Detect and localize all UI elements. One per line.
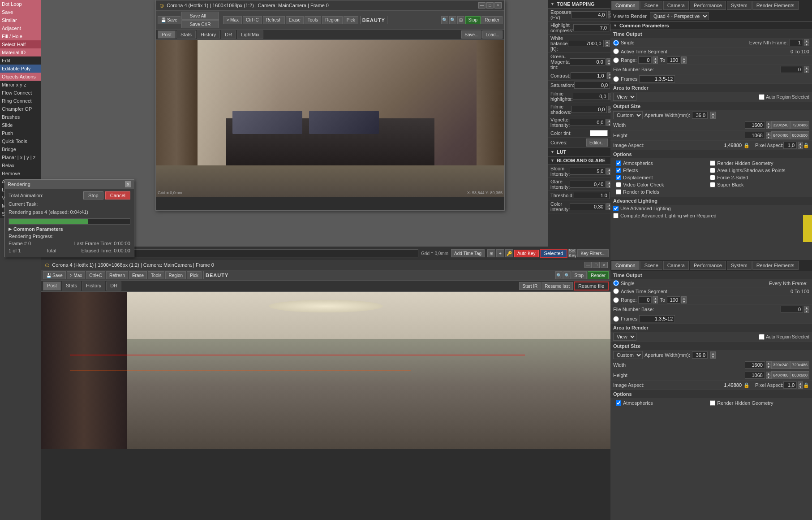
sidebar-item-quick-tools[interactable]: Quick Tools: [0, 137, 41, 145]
glare-arrows[interactable]: ▲▼: [606, 181, 610, 188]
w-arrows-bottom[interactable]: ▲▼: [766, 361, 771, 368]
co-down[interactable]: ▼: [607, 76, 610, 79]
pixel-aspect-input-bottom[interactable]: [783, 381, 797, 389]
range-to-bottom[interactable]: [667, 296, 680, 303]
contrast-arrows[interactable]: ▲▼: [607, 72, 610, 79]
tab-history-bottom[interactable]: History: [82, 282, 105, 290]
frames-radio-bottom[interactable]: [613, 316, 619, 322]
bloom-glare-header[interactable]: BLOOM AND GLARE: [548, 156, 610, 165]
w-down-top[interactable]: ▼: [766, 125, 771, 129]
ap-down-top[interactable]: ▼: [710, 115, 716, 119]
rptab-render-elements[interactable]: Render Elements: [752, 1, 799, 10]
fn-up-top[interactable]: ▲: [804, 66, 809, 69]
toolbar-region-btn-bottom[interactable]: Region: [165, 271, 186, 279]
toolbar-max-btn-bottom[interactable]: > Max: [67, 271, 86, 279]
sidebar-item-push[interactable]: Push: [0, 129, 41, 137]
render-hidden-cb-bottom[interactable]: [710, 400, 715, 406]
gm-down[interactable]: ▼: [606, 62, 610, 65]
w-up-top[interactable]: ▲: [766, 121, 771, 125]
pa-arrows-bottom[interactable]: ▲▼: [798, 381, 803, 389]
sidebar-item-bridge[interactable]: Bridge: [0, 145, 41, 153]
stop-btn-bottom[interactable]: Stop: [571, 271, 587, 279]
sidebar-item-brushes[interactable]: Brushes: [0, 113, 41, 121]
frames-input-bottom[interactable]: [639, 315, 675, 322]
output-size-select-top[interactable]: Custom: [613, 111, 643, 119]
atmospherics-cb-top[interactable]: [616, 160, 621, 166]
render-btn[interactable]: Render: [481, 16, 503, 24]
view-to-render-select[interactable]: Quad 4 - Perspective: [650, 12, 709, 20]
toolbar-save-btn[interactable]: 💾 Save: [158, 16, 180, 24]
h-up-top[interactable]: ▲: [766, 132, 771, 135]
toolbar-pick-btn[interactable]: Pick: [344, 16, 358, 24]
tab-stats[interactable]: Stats: [176, 30, 196, 39]
close-btn[interactable]: ×: [494, 2, 502, 9]
rf-down-top[interactable]: ▼: [653, 60, 658, 64]
tl-r2[interactable]: +: [496, 249, 504, 257]
gl-up[interactable]: ▲: [606, 181, 610, 184]
bl-up[interactable]: ▲: [606, 168, 610, 171]
fit-btn[interactable]: ⊞: [457, 16, 464, 24]
cancel-render-btn[interactable]: Cancel: [105, 191, 130, 199]
save-all-btn[interactable]: Save All: [181, 12, 219, 20]
stop-render-btn[interactable]: Stop: [83, 191, 103, 199]
load-panel-btn[interactable]: Load...: [482, 30, 503, 39]
co-up[interactable]: ▲: [607, 72, 610, 76]
tab-post[interactable]: Post: [158, 30, 176, 39]
gm-input[interactable]: [570, 58, 606, 65]
vig-arrows[interactable]: ▲▼: [606, 119, 610, 126]
rptab-system[interactable]: System: [727, 1, 752, 10]
fn-down-top[interactable]: ▼: [804, 69, 809, 73]
range-radio-top[interactable]: [613, 57, 619, 63]
common-params-section[interactable]: Common Parameters: [610, 22, 812, 30]
auto-region-cb-bottom[interactable]: [759, 334, 765, 340]
rptab-scene-bottom[interactable]: Scene: [640, 261, 662, 270]
toolbar-pick-btn-bottom[interactable]: Pick: [187, 271, 202, 279]
pa-up-top[interactable]: ▲: [798, 142, 803, 145]
ap-arrows-top[interactable]: ▲▼: [710, 112, 716, 119]
close-btn-bottom[interactable]: ×: [601, 262, 608, 268]
save-cxr-btn[interactable]: Save CXR: [181, 20, 219, 28]
resume-last-btn[interactable]: Resume last: [541, 282, 573, 290]
range-radio-bottom[interactable]: [613, 297, 619, 303]
pa-arrows-top[interactable]: ▲▼: [798, 142, 803, 149]
wb-down[interactable]: ▼: [605, 43, 610, 47]
sidebar-item-save[interactable]: Save: [0, 8, 41, 16]
pixel-aspect-input-top[interactable]: [783, 142, 797, 149]
aperture-input-bottom[interactable]: [692, 351, 708, 359]
rptab-camera-bottom[interactable]: Camera: [663, 261, 689, 270]
effects-cb-top[interactable]: [616, 168, 621, 173]
area-render-select-bottom[interactable]: View: [613, 333, 636, 341]
color-tint-swatch[interactable]: [590, 130, 608, 136]
tab-stats-bottom[interactable]: Stats: [62, 282, 81, 290]
wb-up[interactable]: ▲: [605, 40, 610, 43]
width-input-bottom[interactable]: [745, 361, 765, 368]
w-up-bottom[interactable]: ▲: [766, 361, 771, 365]
pa-down-bottom[interactable]: ▼: [798, 385, 803, 389]
en-up-top[interactable]: ▲: [804, 39, 809, 43]
threshold-input[interactable]: [574, 192, 610, 199]
rf-arrows-top[interactable]: ▲▼: [653, 56, 658, 64]
toolbar-ctrlc-btn[interactable]: Ctrl+C: [243, 16, 262, 24]
tab-dr-bottom[interactable]: DR: [106, 282, 121, 290]
range-from-top[interactable]: [638, 56, 652, 64]
atmospherics-cb-bottom[interactable]: [616, 400, 621, 406]
vig-input[interactable]: [570, 119, 606, 126]
toolbar-erase-btn-bottom[interactable]: Erase: [129, 271, 147, 279]
rptab-performance[interactable]: Performance: [690, 1, 726, 10]
en-arrows-top[interactable]: ▲▼: [804, 39, 809, 46]
sidebar-item-flow-connect[interactable]: Flow Connect: [0, 89, 41, 97]
sidebar-item-remove[interactable]: Remove: [0, 169, 41, 178]
exposure-input[interactable]: [571, 11, 607, 18]
h-down-bottom[interactable]: ▼: [766, 375, 771, 379]
ap-down-bottom[interactable]: ▼: [710, 355, 716, 359]
tab-dr[interactable]: DR: [221, 30, 236, 39]
contrast-input[interactable]: [571, 72, 606, 79]
fn-arrows-top[interactable]: ▲▼: [804, 66, 809, 73]
tl-r3[interactable]: 🔑: [505, 249, 513, 257]
render-btn-bottom[interactable]: Render: [588, 271, 609, 279]
tl-r1[interactable]: ⊞: [487, 249, 495, 257]
maximize-btn[interactable]: □: [486, 2, 494, 9]
selected-btn-tl[interactable]: Selected: [540, 249, 568, 258]
toolbar-refresh-btn-bottom[interactable]: Refresh: [106, 271, 128, 279]
h-down-top[interactable]: ▼: [766, 135, 771, 139]
